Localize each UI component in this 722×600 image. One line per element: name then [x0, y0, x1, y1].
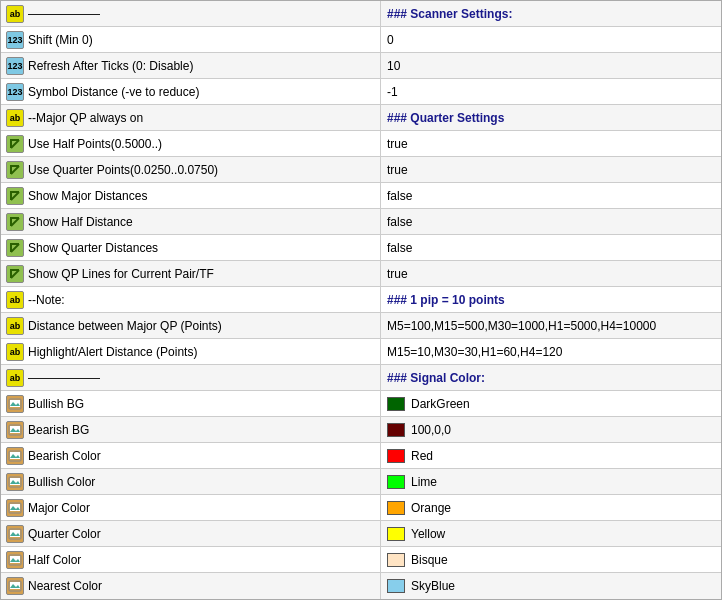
right-cell: 10 — [381, 53, 721, 78]
row-label: Use Quarter Points(0.0250..0.0750) — [28, 163, 218, 177]
color-swatch — [387, 423, 405, 437]
svg-line-5 — [11, 270, 19, 278]
table-row: Nearest ColorSkyBlue — [1, 573, 721, 599]
row-icon — [6, 499, 24, 517]
row-label: Show Half Distance — [28, 215, 133, 229]
row-label: --Major QP always on — [28, 111, 143, 125]
right-cell: false — [381, 235, 721, 260]
color-swatch — [387, 553, 405, 567]
right-cell: -1 — [381, 79, 721, 104]
row-label: --Note: — [28, 293, 65, 307]
table-row: ab--Major QP always on### Quarter Settin… — [1, 105, 721, 131]
table-row: ab--Note:### 1 pip = 10 points — [1, 287, 721, 313]
row-label: Show Quarter Distances — [28, 241, 158, 255]
row-label: Show Major Distances — [28, 189, 147, 203]
right-cell: ### 1 pip = 10 points — [381, 287, 721, 312]
left-cell: ab—————— — [1, 1, 381, 26]
right-cell: false — [381, 183, 721, 208]
row-value: Yellow — [411, 527, 445, 541]
row-icon — [6, 395, 24, 413]
row-value: Bisque — [411, 553, 448, 567]
left-cell: 123Refresh After Ticks (0: Disable) — [1, 53, 381, 78]
left-cell: Half Color — [1, 547, 381, 572]
row-label: —————— — [28, 371, 100, 385]
table-row: Bearish ColorRed — [1, 443, 721, 469]
row-label: Major Color — [28, 501, 90, 515]
row-label: Highlight/Alert Distance (Points) — [28, 345, 197, 359]
row-value: ### 1 pip = 10 points — [387, 293, 505, 307]
table-row: ab——————### Signal Color: — [1, 365, 721, 391]
left-cell: 123Symbol Distance (-ve to reduce) — [1, 79, 381, 104]
left-cell: abHighlight/Alert Distance (Points) — [1, 339, 381, 364]
left-cell: Quarter Color — [1, 521, 381, 546]
row-icon — [6, 577, 24, 595]
left-cell: Bullish Color — [1, 469, 381, 494]
color-swatch — [387, 475, 405, 489]
row-value: Red — [411, 449, 433, 463]
left-cell: Show QP Lines for Current Pair/TF — [1, 261, 381, 286]
row-icon: ab — [6, 109, 24, 127]
row-value: 0 — [387, 33, 394, 47]
table-row: Show Major Distancesfalse — [1, 183, 721, 209]
row-value: ### Quarter Settings — [387, 111, 504, 125]
row-label: Bullish Color — [28, 475, 95, 489]
row-label: Use Half Points(0.5000..) — [28, 137, 162, 151]
row-label: Refresh After Ticks (0: Disable) — [28, 59, 193, 73]
row-icon: 123 — [6, 57, 24, 75]
right-cell: ### Quarter Settings — [381, 105, 721, 130]
table-row: Half ColorBisque — [1, 547, 721, 573]
right-cell: ### Scanner Settings: — [381, 1, 721, 26]
right-cell: Lime — [381, 469, 721, 494]
row-icon — [6, 161, 24, 179]
row-label: Shift (Min 0) — [28, 33, 93, 47]
left-cell: Bearish Color — [1, 443, 381, 468]
row-icon: ab — [6, 343, 24, 361]
right-cell: true — [381, 261, 721, 286]
svg-line-3 — [11, 218, 19, 226]
row-value: false — [387, 215, 412, 229]
left-cell: Nearest Color — [1, 573, 381, 599]
row-icon: 123 — [6, 31, 24, 49]
row-icon: ab — [6, 291, 24, 309]
table-row: Use Half Points(0.5000..)true — [1, 131, 721, 157]
color-swatch — [387, 527, 405, 541]
row-value: 100,0,0 — [411, 423, 451, 437]
row-icon — [6, 447, 24, 465]
table-row: Show QP Lines for Current Pair/TFtrue — [1, 261, 721, 287]
svg-line-0 — [11, 140, 19, 148]
left-cell: Use Quarter Points(0.0250..0.0750) — [1, 157, 381, 182]
row-icon — [6, 525, 24, 543]
row-icon: ab — [6, 5, 24, 23]
row-icon: 123 — [6, 83, 24, 101]
row-value: true — [387, 137, 408, 151]
row-value: true — [387, 267, 408, 281]
row-label: Bearish Color — [28, 449, 101, 463]
row-icon — [6, 265, 24, 283]
row-value: 10 — [387, 59, 400, 73]
table-row: Major ColorOrange — [1, 495, 721, 521]
left-cell: 123Shift (Min 0) — [1, 27, 381, 52]
svg-line-1 — [11, 166, 19, 174]
table-row: abDistance between Major QP (Points)M5=1… — [1, 313, 721, 339]
table-row: ab——————### Scanner Settings: — [1, 1, 721, 27]
table-row: 123Refresh After Ticks (0: Disable)10 — [1, 53, 721, 79]
table-row: 123Shift (Min 0)0 — [1, 27, 721, 53]
table-row: Use Quarter Points(0.0250..0.0750)true — [1, 157, 721, 183]
row-value: M5=100,M15=500,M30=1000,H1=5000,H4=10000 — [387, 319, 656, 333]
row-value: false — [387, 241, 412, 255]
right-cell: DarkGreen — [381, 391, 721, 416]
row-value: Orange — [411, 501, 451, 515]
left-cell: Show Major Distances — [1, 183, 381, 208]
table-row: Bullish BGDarkGreen — [1, 391, 721, 417]
table-row: Quarter ColorYellow — [1, 521, 721, 547]
right-cell: Orange — [381, 495, 721, 520]
row-label: Nearest Color — [28, 579, 102, 593]
row-label: Symbol Distance (-ve to reduce) — [28, 85, 199, 99]
left-cell: ab--Note: — [1, 287, 381, 312]
right-cell: M5=100,M15=500,M30=1000,H1=5000,H4=10000 — [381, 313, 721, 338]
row-value: -1 — [387, 85, 398, 99]
settings-table: ab——————### Scanner Settings:123Shift (M… — [0, 0, 722, 600]
row-value: ### Signal Color: — [387, 371, 485, 385]
row-icon — [6, 421, 24, 439]
row-icon: ab — [6, 369, 24, 387]
